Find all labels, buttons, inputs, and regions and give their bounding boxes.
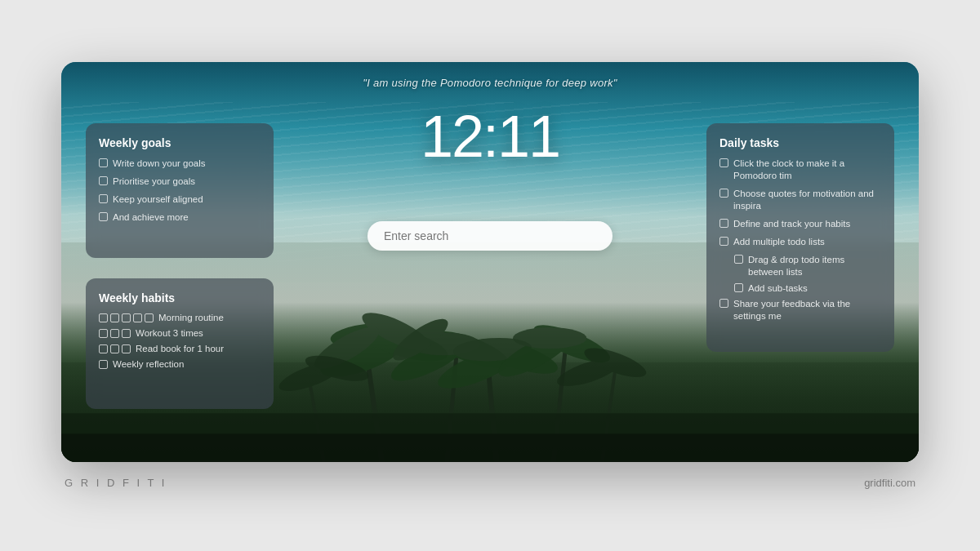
task-label: Keep yourself aligned <box>113 193 203 206</box>
task-label: And achieve more <box>113 211 189 224</box>
daily-tasks-list: Click the clock to make it a Pomodoro ti… <box>719 158 881 322</box>
quote-text: "I am using the Pomodoro technique for d… <box>363 77 617 89</box>
checkbox[interactable] <box>122 313 131 322</box>
checkbox[interactable] <box>99 158 108 167</box>
task-label: Add sub-tasks <box>748 282 808 295</box>
list-item: Weekly reflection <box>99 359 261 369</box>
checkbox[interactable] <box>719 219 728 228</box>
quote-bar: "I am using the Pomodoro technique for d… <box>61 77 919 89</box>
checkbox[interactable] <box>99 313 108 322</box>
task-label: Add multiple todo lists <box>733 236 825 248</box>
weekly-goals-list: Write down your goals Prioritise your go… <box>99 158 261 224</box>
task-label: Share your feedback via the settings me <box>733 298 881 322</box>
checkbox[interactable] <box>122 329 131 338</box>
checkbox[interactable] <box>719 189 728 198</box>
list-item: Write down your goals <box>99 158 261 170</box>
list-item: Add multiple todo lists <box>719 236 881 248</box>
weekly-goals-title: Weekly goals <box>99 136 261 149</box>
list-item: Choose quotes for motivation and inspira <box>719 188 881 212</box>
list-item: Keep yourself aligned <box>99 193 261 206</box>
search-container <box>368 221 612 251</box>
checkbox[interactable] <box>110 344 119 353</box>
list-item: Click the clock to make it a Pomodoro ti… <box>719 158 881 182</box>
checkbox[interactable] <box>110 313 119 322</box>
checkbox[interactable] <box>719 158 728 167</box>
weekly-habits-list: Morning routine Workout 3 times <box>99 313 261 369</box>
daily-tasks-title: Daily tasks <box>719 136 881 149</box>
task-label: Prioritise your goals <box>113 176 195 188</box>
weekly-habits-title: Weekly habits <box>99 291 261 304</box>
checkbox[interactable] <box>99 344 108 353</box>
weekly-habits-panel: Weekly habits Morning routine <box>86 278 274 409</box>
checkbox[interactable] <box>719 299 728 308</box>
checkbox[interactable] <box>122 344 131 353</box>
checkbox[interactable] <box>719 237 728 246</box>
checkbox[interactable] <box>110 329 119 338</box>
habit-checkboxes <box>99 359 108 369</box>
list-item: Define and track your habits <box>719 218 881 230</box>
checkbox[interactable] <box>133 313 142 322</box>
habit-checkboxes <box>99 328 131 338</box>
daily-tasks-panel: Daily tasks Click the clock to make it a… <box>706 123 894 352</box>
checkbox[interactable] <box>734 255 743 264</box>
checkbox[interactable] <box>734 283 743 292</box>
outer-wrapper: "I am using the Pomodoro technique for d… <box>61 62 919 489</box>
list-item: Morning routine <box>99 313 261 322</box>
task-label: Click the clock to make it a Pomodoro ti… <box>733 158 881 182</box>
list-item-sub: Add sub-tasks <box>734 282 881 295</box>
task-label: Drag & drop todo items between lists <box>748 254 881 278</box>
clock-time: 12:11 <box>421 104 559 169</box>
svg-rect-26 <box>61 433 919 462</box>
task-label: Write down your goals <box>113 158 206 170</box>
checkbox[interactable] <box>145 313 154 322</box>
svg-point-18 <box>513 327 586 349</box>
habit-checkboxes <box>99 313 154 322</box>
list-item: And achieve more <box>99 211 261 224</box>
habit-label: Weekly reflection <box>113 359 184 369</box>
website-url: gridfiti.com <box>864 477 915 489</box>
checkbox[interactable] <box>99 194 108 203</box>
checkbox[interactable] <box>99 212 108 221</box>
list-item: Read book for 1 hour <box>99 344 261 353</box>
footer: G R I D F I T I gridfiti.com <box>61 477 919 489</box>
habit-label: Morning routine <box>158 313 224 322</box>
checkbox[interactable] <box>99 176 108 185</box>
habit-label: Workout 3 times <box>136 328 203 338</box>
list-item: Share your feedback via the settings me <box>719 298 881 322</box>
checkbox[interactable] <box>99 329 108 338</box>
list-item: Prioritise your goals <box>99 176 261 188</box>
list-item-sub: Drag & drop todo items between lists <box>734 254 881 278</box>
browser-card: "I am using the Pomodoro technique for d… <box>61 62 919 462</box>
habit-label: Read book for 1 hour <box>136 344 224 353</box>
habit-checkboxes <box>99 344 131 353</box>
task-label: Define and track your habits <box>733 218 850 230</box>
brand-name: G R I D F I T I <box>65 477 167 489</box>
weekly-goals-panel: Weekly goals Write down your goals Prior… <box>86 123 274 258</box>
checkbox[interactable] <box>99 360 108 369</box>
search-input[interactable] <box>368 221 612 251</box>
task-label: Choose quotes for motivation and inspira <box>733 188 881 212</box>
list-item: Workout 3 times <box>99 328 261 338</box>
